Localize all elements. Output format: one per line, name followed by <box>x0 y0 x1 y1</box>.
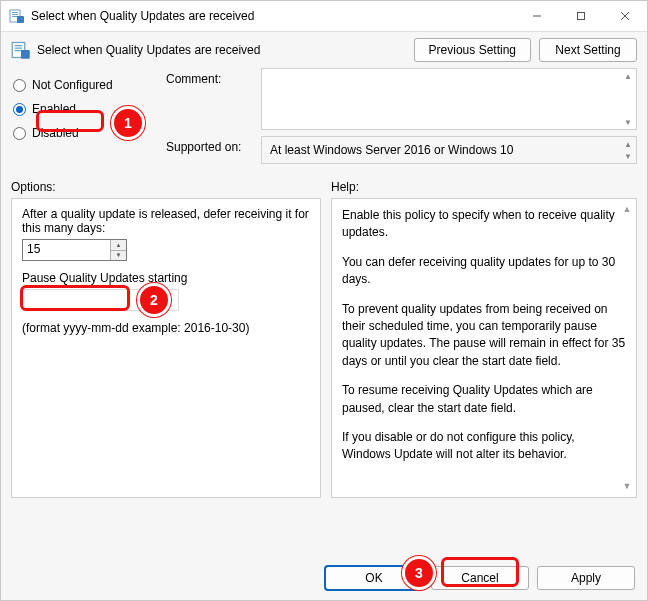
svg-rect-11 <box>15 48 23 49</box>
defer-days-spinner[interactable]: 15 ▲ ▼ <box>22 239 127 261</box>
radio-group: Not Configured Enabled Disabled <box>11 68 166 170</box>
help-panel: Enable this policy to specify when to re… <box>331 198 637 498</box>
radio-label: Disabled <box>32 126 79 140</box>
scroll-up-icon[interactable]: ▲ <box>622 71 634 81</box>
close-button[interactable] <box>603 1 647 31</box>
section-labels: Options: Help: <box>1 174 647 198</box>
defer-days-value[interactable]: 15 <box>23 240 110 260</box>
scroll-up-icon[interactable]: ▲ <box>622 139 634 149</box>
radio-icon <box>13 127 26 140</box>
radio-enabled[interactable]: Enabled <box>13 102 166 116</box>
comment-label: Comment: <box>166 68 261 86</box>
pause-label: Pause Quality Updates starting <box>22 271 310 285</box>
supported-on-text: At least Windows Server 2016 or Windows … <box>270 143 513 157</box>
header-title: Select when Quality Updates are received <box>37 43 414 57</box>
help-text: You can defer receiving quality updates … <box>342 254 626 289</box>
next-setting-button[interactable]: Next Setting <box>539 38 637 62</box>
header: Select when Quality Updates are received… <box>1 32 647 64</box>
options-panel: After a quality update is released, defe… <box>11 198 321 498</box>
scroll-down-icon[interactable]: ▼ <box>622 117 634 127</box>
state-section: Not Configured Enabled Disabled Comment:… <box>1 64 647 174</box>
defer-days-label: After a quality update is released, defe… <box>22 207 310 235</box>
supported-on-label: Supported on: <box>166 136 261 154</box>
dialog-window: Select when Quality Updates are received… <box>0 0 648 601</box>
minimize-button[interactable] <box>515 1 559 31</box>
maximize-button[interactable] <box>559 1 603 31</box>
help-label: Help: <box>331 180 359 194</box>
system-buttons <box>515 1 647 31</box>
apply-button[interactable]: Apply <box>537 566 635 590</box>
svg-rect-4 <box>17 16 24 23</box>
lower-section: After a quality update is released, defe… <box>1 198 647 556</box>
supported-on-box: At least Windows Server 2016 or Windows … <box>261 136 637 164</box>
svg-rect-1 <box>12 12 18 13</box>
window-title: Select when Quality Updates are received <box>31 9 515 23</box>
options-label: Options: <box>11 180 331 194</box>
title-bar: Select when Quality Updates are received <box>1 1 647 32</box>
policy-icon <box>11 40 31 60</box>
scroll-up-icon[interactable]: ▲ <box>621 203 633 216</box>
pause-date-input[interactable] <box>22 289 179 311</box>
format-hint: (format yyyy-mm-dd example: 2016-10-30) <box>22 321 310 335</box>
help-text: If you disable or do not configure this … <box>342 429 626 464</box>
svg-rect-13 <box>21 50 30 59</box>
svg-rect-2 <box>12 14 18 15</box>
radio-disabled[interactable]: Disabled <box>13 126 166 140</box>
spinner-down-icon[interactable]: ▼ <box>111 251 126 261</box>
radio-icon <box>13 103 26 116</box>
svg-rect-6 <box>578 13 585 20</box>
spinner-arrows: ▲ ▼ <box>110 240 126 260</box>
cancel-button[interactable]: Cancel <box>431 566 529 590</box>
help-text: Enable this policy to specify when to re… <box>342 207 626 242</box>
spinner-up-icon[interactable]: ▲ <box>111 240 126 251</box>
previous-setting-button[interactable]: Previous Setting <box>414 38 531 62</box>
scroll-down-icon[interactable]: ▼ <box>621 480 633 493</box>
radio-label: Enabled <box>32 102 76 116</box>
radio-not-configured[interactable]: Not Configured <box>13 78 166 92</box>
help-text: To resume receiving Quality Updates whic… <box>342 382 626 417</box>
svg-rect-10 <box>15 45 23 46</box>
scroll-down-icon[interactable]: ▼ <box>622 151 634 161</box>
radio-label: Not Configured <box>32 78 113 92</box>
radio-icon <box>13 79 26 92</box>
policy-icon <box>9 8 25 24</box>
ok-button[interactable]: OK <box>325 566 423 590</box>
footer: OK Cancel Apply <box>1 556 647 600</box>
comment-textarea[interactable]: ▲ ▼ <box>261 68 637 130</box>
help-text: To prevent quality updates from being re… <box>342 301 626 371</box>
